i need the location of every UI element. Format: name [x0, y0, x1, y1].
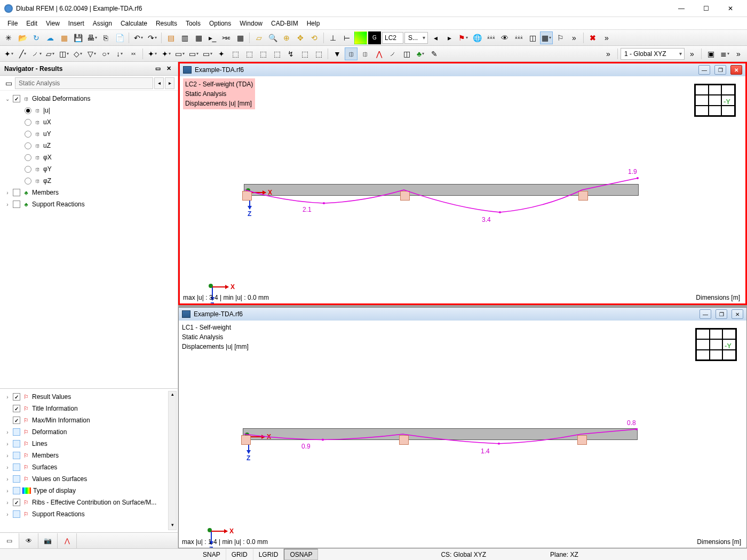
- tool2-icon[interactable]: ✦▾: [160, 47, 172, 60]
- more3-icon[interactable]: »: [602, 47, 615, 60]
- radio[interactable]: [25, 119, 31, 126]
- tool4-icon[interactable]: ▭▾: [187, 47, 200, 60]
- nav-prev-icon[interactable]: ◂: [154, 77, 164, 89]
- menu-results[interactable]: Results: [152, 18, 181, 29]
- display-ribs-effective-contribution-on-surface-m-[interactable]: › ⚐Ribs - Effective Contribution on Surf…: [0, 497, 178, 508]
- section-icon[interactable]: ⎅: [345, 47, 357, 60]
- more2-icon[interactable]: »: [600, 31, 613, 44]
- s-dropdown[interactable]: S...: [404, 32, 428, 44]
- loadcase-input[interactable]: [382, 32, 403, 44]
- eye-icon[interactable]: 👁: [498, 31, 511, 44]
- table1-icon[interactable]: ▤: [164, 31, 177, 44]
- checkbox[interactable]: [13, 428, 20, 436]
- solid-icon[interactable]: ◫▾: [58, 47, 70, 60]
- table2-icon[interactable]: ▥: [178, 31, 191, 44]
- layers-icon[interactable]: ≣▾: [718, 47, 731, 60]
- viewport-maximize-icon[interactable]: ❐: [716, 309, 727, 319]
- tree-support-reactions[interactable]: › ♣ Support Reactions: [0, 198, 178, 210]
- iso-icon[interactable]: ◫: [400, 47, 413, 60]
- checkbox[interactable]: [13, 95, 20, 102]
- radio[interactable]: [25, 178, 31, 185]
- load-icon[interactable]: ↓▾: [113, 47, 126, 60]
- open-icon[interactable]: 📂: [16, 31, 29, 44]
- tree-global-deformations[interactable]: ⌄ ⎅ Global Deformations: [0, 93, 178, 105]
- more-icon[interactable]: »: [568, 31, 581, 44]
- checkbox[interactable]: [13, 510, 20, 518]
- align2-icon[interactable]: ⊢: [340, 31, 353, 44]
- radio[interactable]: [25, 107, 31, 114]
- xxx2-icon[interactable]: ẋẋẋ: [512, 31, 525, 44]
- tree-radio-φZ[interactable]: ⎅ φZ: [0, 175, 178, 187]
- grid2-icon[interactable]: ▦▾: [540, 31, 553, 44]
- checkbox[interactable]: [13, 463, 20, 471]
- color-icon[interactable]: [354, 31, 367, 44]
- g-icon[interactable]: G: [368, 31, 381, 44]
- status-snap[interactable]: SNAP: [197, 549, 226, 560]
- zoom-all-icon[interactable]: ⊕: [280, 31, 293, 44]
- node-icon[interactable]: ✦▾: [2, 47, 15, 60]
- new-icon[interactable]: ✳: [2, 31, 15, 44]
- scrollbar[interactable]: ▴ ▾: [168, 391, 177, 530]
- viewport-0[interactable]: Example-TDA.rf6 — ❐ ✕ LC2 - Self-weight …: [178, 62, 747, 305]
- analysis-combo[interactable]: Static Analysis: [15, 77, 153, 89]
- close-button[interactable]: ✕: [718, 1, 743, 17]
- grid-icon[interactable]: ▦: [234, 31, 247, 44]
- diagram2-icon[interactable]: ⟋: [386, 47, 399, 60]
- viewport-1[interactable]: Example-TDA.rf6 — ❐ ✕ LC1 - Self-weightS…: [178, 307, 747, 548]
- display-support-reactions[interactable]: › ⚐Support Reactions: [0, 508, 178, 520]
- tab-diagram-icon[interactable]: ⋀: [58, 533, 77, 548]
- filter-icon[interactable]: ▼: [331, 47, 344, 60]
- display-members[interactable]: › ⚐Members: [0, 450, 178, 461]
- menu-file[interactable]: File: [3, 18, 22, 29]
- radio[interactable]: [25, 131, 31, 138]
- prev-lc-icon[interactable]: ◂: [429, 31, 442, 44]
- tree-radio-uY[interactable]: ⎅ uY: [0, 128, 178, 140]
- tool5-icon[interactable]: ▭▾: [201, 47, 214, 60]
- save-icon[interactable]: 💾: [71, 31, 84, 44]
- rotate-icon[interactable]: ⟲: [308, 31, 321, 44]
- paste-icon[interactable]: 📄: [113, 31, 126, 44]
- checkbox[interactable]: [13, 475, 20, 483]
- globe-icon[interactable]: 🌐: [471, 31, 483, 44]
- radio[interactable]: [25, 166, 31, 173]
- view-icon[interactable]: ▣: [704, 47, 717, 60]
- viewport-canvas[interactable]: LC2 - Self-weight (TDA)Static AnalysisDi…: [180, 76, 745, 303]
- tool3-icon[interactable]: ▭▾: [173, 47, 186, 60]
- script-icon[interactable]: >sc: [220, 31, 233, 44]
- tool9-icon[interactable]: ⬚: [257, 47, 269, 60]
- tree-radio-φY[interactable]: ⎅ φY: [0, 163, 178, 175]
- tree-members[interactable]: › ♣ Members: [0, 187, 178, 198]
- edit-icon[interactable]: ✎: [428, 47, 441, 60]
- member-icon[interactable]: ⟋▾: [30, 47, 43, 60]
- pan-icon[interactable]: ✥: [294, 31, 307, 44]
- viewport-minimize-icon[interactable]: —: [698, 65, 710, 75]
- viewport-close-icon[interactable]: ✕: [730, 65, 742, 75]
- redo-icon[interactable]: ↷▾: [146, 31, 158, 44]
- undo-icon[interactable]: ↶▾: [132, 31, 145, 44]
- minimize-button[interactable]: —: [669, 1, 694, 17]
- panel-close-icon[interactable]: ✕: [164, 64, 173, 74]
- surface-icon[interactable]: ▱▾: [44, 47, 57, 60]
- select-icon[interactable]: ▱: [252, 31, 265, 44]
- tool11-icon[interactable]: ↯: [284, 47, 297, 60]
- flag2-icon[interactable]: ⚐: [554, 31, 567, 44]
- flag-icon[interactable]: ⚑▾: [457, 31, 470, 44]
- checkbox[interactable]: [13, 405, 20, 412]
- label-icon[interactable]: xx: [127, 47, 140, 60]
- status-lgrid[interactable]: LGRID: [253, 549, 284, 560]
- menu-window[interactable]: Window: [235, 18, 267, 29]
- tool1-icon[interactable]: ✦▾: [146, 47, 158, 60]
- menu-calculate[interactable]: Calculate: [116, 18, 152, 29]
- menu-help[interactable]: Help: [303, 18, 324, 29]
- hinge-icon[interactable]: ○▾: [99, 47, 112, 60]
- menu-options[interactable]: Options: [205, 18, 235, 29]
- more5-icon[interactable]: »: [732, 47, 745, 60]
- checkbox[interactable]: [13, 499, 20, 506]
- print-icon[interactable]: 🖶▾: [85, 31, 98, 44]
- display-result-values[interactable]: › ⚐Result Values: [0, 391, 178, 403]
- tool12-icon[interactable]: ⬚: [298, 47, 311, 60]
- block-icon[interactable]: ▦: [58, 31, 70, 44]
- nav-next-icon[interactable]: ▸: [165, 77, 174, 89]
- green-icon[interactable]: ♣▾: [414, 47, 427, 60]
- view-cube[interactable]: -Y: [695, 328, 737, 361]
